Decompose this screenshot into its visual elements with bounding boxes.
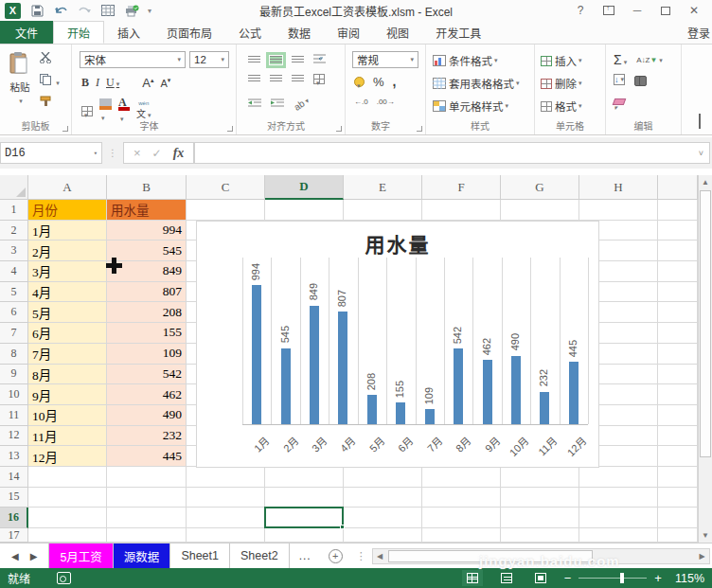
cell-A6[interactable]: 5月 xyxy=(28,302,107,323)
clipboard-dialog-launcher[interactable] xyxy=(62,126,68,132)
save-icon[interactable] xyxy=(29,3,44,18)
format-cells-button[interactable]: 格式 xyxy=(541,98,582,114)
cell-E1[interactable] xyxy=(344,200,422,221)
sign-in-link[interactable]: 登录 xyxy=(687,21,712,44)
formula-input[interactable]: ˅ xyxy=(194,142,710,164)
copy-icon[interactable] xyxy=(40,74,60,88)
cell-G16[interactable] xyxy=(501,508,579,528)
row-header-2[interactable]: 2 xyxy=(0,221,28,241)
close-button[interactable]: ✕ xyxy=(682,2,706,19)
bar-9月[interactable] xyxy=(483,360,492,424)
zoom-out-button[interactable]: − xyxy=(564,571,572,585)
cell-D16[interactable] xyxy=(265,508,344,528)
cell-partial-17[interactable] xyxy=(658,528,698,543)
cell-partial-11[interactable] xyxy=(658,405,698,426)
autosum-button[interactable]: Σ xyxy=(614,52,627,67)
insert-function-icon[interactable]: fx xyxy=(173,146,185,161)
ribbon-tab-开发工具[interactable]: 开发工具 xyxy=(422,21,494,44)
maximize-button[interactable] xyxy=(653,2,678,19)
borders-button[interactable] xyxy=(81,106,93,116)
select-all-corner[interactable] xyxy=(0,175,28,200)
cell-F14[interactable] xyxy=(422,467,501,488)
cell-A12[interactable]: 11月 xyxy=(28,426,107,447)
cell-partial-12[interactable] xyxy=(658,426,698,447)
ribbon-display-options-button[interactable] xyxy=(596,2,621,19)
font-dialog-launcher[interactable] xyxy=(227,126,233,132)
column-header-E[interactable]: E xyxy=(344,175,422,200)
ribbon-tab-开始[interactable]: 开始 xyxy=(53,21,104,44)
cell-A14[interactable] xyxy=(28,467,107,488)
bar-7月[interactable] xyxy=(425,409,435,424)
sheet-nav-right-icon[interactable]: ▶ xyxy=(30,551,49,561)
bar-12月[interactable] xyxy=(569,362,578,424)
italic-button[interactable]: I xyxy=(96,76,99,90)
row-header-1[interactable]: 1 xyxy=(0,200,28,221)
bar-11月[interactable] xyxy=(540,392,549,424)
bar-2月[interactable] xyxy=(281,348,291,424)
cancel-icon[interactable]: × xyxy=(134,146,141,160)
delete-cells-button[interactable]: 删除 xyxy=(541,76,582,91)
cell-A15[interactable] xyxy=(28,488,107,508)
cell-E15[interactable] xyxy=(344,488,422,508)
redo-icon[interactable] xyxy=(77,3,92,18)
cell-B6[interactable]: 208 xyxy=(107,302,187,323)
cell-A17[interactable] xyxy=(28,528,107,543)
cell-partial-16[interactable] xyxy=(658,508,698,528)
cell-partial-5[interactable] xyxy=(658,282,698,303)
sheet-tab-源数据[interactable]: 源数据 xyxy=(114,543,171,568)
cell-B8[interactable]: 109 xyxy=(107,344,187,365)
cell-H15[interactable] xyxy=(579,488,658,508)
grow-font-button[interactable]: A▴ xyxy=(142,76,153,90)
cell-G17[interactable] xyxy=(501,528,579,543)
comma-style-button[interactable]: , xyxy=(393,74,397,89)
bold-button[interactable]: B xyxy=(81,76,89,90)
conditional-formatting-button[interactable]: 条件格式 xyxy=(433,53,498,68)
cell-B7[interactable]: 155 xyxy=(107,323,187,344)
normal-view-button[interactable] xyxy=(462,570,483,586)
ribbon-tab-公式[interactable]: 公式 xyxy=(225,21,275,44)
cell-A7[interactable]: 6月 xyxy=(28,323,107,344)
alignment-dialog-launcher[interactable] xyxy=(336,126,342,132)
bar-10月[interactable] xyxy=(511,356,521,424)
fill-button[interactable]: ↓ xyxy=(614,74,625,85)
row-header-14[interactable]: 14 xyxy=(0,467,28,488)
bar-6月[interactable] xyxy=(396,402,405,424)
decrease-decimal-button[interactable]: .00→ xyxy=(377,98,395,106)
row-header-9[interactable]: 9 xyxy=(0,365,28,385)
sort-filter-button[interactable]: A↓Z▼ xyxy=(636,56,663,64)
format-as-table-button[interactable]: 套用表格格式 xyxy=(433,76,520,91)
cell-E16[interactable] xyxy=(344,508,422,528)
cell-F16[interactable] xyxy=(422,508,501,528)
cell-partial-4[interactable] xyxy=(658,261,698,282)
cell-B11[interactable]: 490 xyxy=(107,405,187,426)
bar-3月[interactable] xyxy=(310,306,319,424)
cell-H17[interactable] xyxy=(579,528,658,543)
zoom-level[interactable]: 115% xyxy=(675,572,704,585)
column-header-F[interactable]: F xyxy=(422,175,501,200)
horizontal-scrollbar[interactable]: ◀ ▶ xyxy=(372,548,710,564)
phonetic-guide-button[interactable]: wén文 xyxy=(136,101,151,120)
cell-B2[interactable]: 994 xyxy=(107,221,187,241)
zoom-slider-knob[interactable] xyxy=(620,573,624,583)
cell-B9[interactable]: 542 xyxy=(107,365,187,385)
ribbon-tab-页面布局[interactable]: 页面布局 xyxy=(153,21,225,44)
row-header-8[interactable]: 8 xyxy=(0,344,28,365)
cell-G1[interactable] xyxy=(501,200,579,221)
tab-file[interactable]: 文件 xyxy=(0,21,53,44)
new-sheet-button[interactable]: + xyxy=(329,549,343,563)
sheet-tab-5月工资[interactable]: 5月工资 xyxy=(48,543,113,568)
cell-B14[interactable] xyxy=(107,467,187,488)
qat-customize-icon[interactable]: ▾ xyxy=(148,7,151,15)
align-bottom-button[interactable] xyxy=(292,56,304,64)
sheet-nav-left-icon[interactable]: ◀ xyxy=(0,551,30,561)
cell-A9[interactable]: 8月 xyxy=(28,365,107,385)
cell-B1[interactable]: 用水量 xyxy=(107,200,187,221)
font-name-combo[interactable]: 宋体 xyxy=(80,51,186,68)
column-header-C[interactable]: C xyxy=(187,175,265,200)
cell-A1[interactable]: 月份 xyxy=(28,200,107,221)
ribbon-tab-视图[interactable]: 视图 xyxy=(373,21,422,44)
paste-button[interactable]: 粘贴 xyxy=(8,52,32,105)
cell-A2[interactable]: 1月 xyxy=(28,221,107,241)
ribbon-tab-数据[interactable]: 数据 xyxy=(275,21,324,44)
print-preview-icon[interactable] xyxy=(124,3,139,18)
